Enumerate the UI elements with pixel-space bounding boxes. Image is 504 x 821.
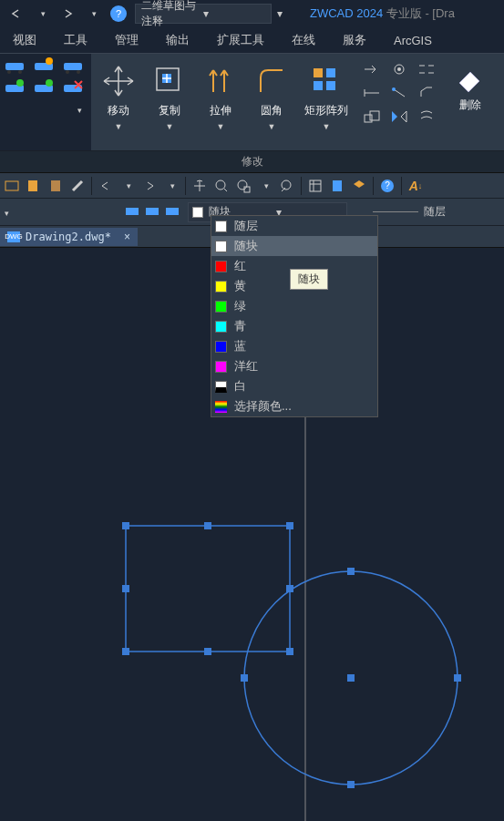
chevron-down-icon: ▼ — [268, 122, 276, 131]
text-tool[interactable]: A↓ — [406, 176, 426, 196]
tool-a[interactable] — [2, 176, 22, 196]
color-option-cyan[interactable]: 青 — [211, 316, 377, 336]
trim-button[interactable] — [359, 59, 385, 79]
erase-button[interactable]: 删除 — [447, 54, 494, 139]
svg-point-11 — [46, 79, 53, 87]
layer-state-dd[interactable] — [2, 206, 120, 219]
tooltip: 随块 — [290, 269, 328, 290]
color-option-white[interactable]: 白 — [211, 376, 377, 396]
color-swatch-icon — [192, 207, 203, 218]
color-option-bylayer[interactable]: 随层 — [211, 216, 377, 236]
menu-service[interactable]: 服务 — [343, 32, 366, 48]
color-option-byblock[interactable]: 随块 — [211, 236, 377, 256]
ribbon: 移动 ▼ 复制 ▼ 拉伸 ▼ 圆角 ▼ 矩形阵列 ▼ — [0, 53, 504, 151]
car-alt-icon[interactable] — [62, 57, 86, 76]
titlebar: ? 二维草图与注释 ▾ ▾ ZWCAD 2024 专业版 - [Dra — [0, 0, 504, 27]
help-button[interactable]: ? — [108, 3, 129, 25]
svg-rect-0 — [5, 63, 24, 70]
svg-point-1 — [7, 70, 11, 74]
join-button[interactable] — [386, 83, 412, 103]
copy-button[interactable]: 复制 ▼ — [146, 59, 193, 145]
menu-extension[interactable]: 扩展工具 — [217, 32, 264, 48]
car-icon[interactable] — [4, 57, 27, 76]
car-refresh-icon[interactable] — [33, 79, 57, 97]
chevron-down-icon[interactable]: ▾ — [277, 7, 283, 20]
car-gear-icon[interactable] — [33, 57, 57, 76]
drawing-tab[interactable]: DWG Drawing2.dwg* × — [0, 228, 138, 246]
print-btn-2[interactable] — [144, 203, 160, 221]
calc-button[interactable] — [327, 176, 347, 196]
move-button[interactable]: 移动 ▼ — [95, 59, 142, 145]
offset-button[interactable] — [414, 107, 439, 127]
array-button[interactable]: 矩形阵列 ▼ — [299, 59, 354, 145]
color-option-more[interactable]: 选择颜色... — [211, 396, 377, 416]
redo-button[interactable] — [57, 3, 78, 25]
chevron-down-icon: ▼ — [166, 122, 174, 131]
menu-manage[interactable]: 管理 — [115, 32, 139, 48]
layer-manage-button[interactable] — [349, 176, 369, 196]
menu-output[interactable]: 输出 — [166, 32, 190, 48]
car-green-icon[interactable] — [4, 79, 27, 97]
svg-point-27 — [216, 180, 225, 190]
help-tb[interactable]: ? — [377, 176, 397, 196]
zoom-prev[interactable] — [277, 176, 297, 196]
print-btn-1[interactable] — [124, 203, 140, 221]
redo-tb[interactable] — [139, 176, 159, 196]
svg-rect-47 — [347, 674, 355, 682]
svg-rect-26 — [51, 180, 60, 191]
svg-rect-41 — [286, 648, 293, 655]
redo-tb-dd[interactable] — [161, 176, 181, 196]
svg-rect-34 — [146, 208, 159, 215]
tool-brush[interactable] — [67, 176, 87, 196]
undo-tb[interactable] — [96, 176, 116, 196]
color-option-green[interactable]: 绿 — [211, 296, 377, 316]
extend-button[interactable] — [359, 83, 385, 103]
zoom-window[interactable] — [233, 176, 253, 196]
menu-tools[interactable]: 工具 — [64, 32, 87, 48]
linetype-indicator[interactable]: 随层 — [373, 204, 446, 220]
color-option-magenta[interactable]: 洋红 — [211, 356, 377, 376]
chevron-down-icon: ▼ — [323, 122, 331, 131]
chamfer-button[interactable] — [414, 83, 439, 103]
undo-dropdown[interactable] — [31, 3, 53, 25]
undo-tb-dd[interactable] — [118, 176, 138, 196]
tool-b[interactable] — [24, 176, 44, 196]
svg-rect-48 — [347, 568, 355, 575]
stretch-button[interactable]: 拉伸 ▼ — [197, 59, 244, 145]
menu-view[interactable]: 视图 — [13, 32, 36, 48]
color-option-blue[interactable]: 蓝 — [211, 336, 377, 356]
redo-dropdown[interactable] — [82, 3, 104, 25]
app-title: ZWCAD 2024 专业版 - [Dra — [310, 5, 455, 22]
fillet-icon — [253, 63, 290, 99]
mirror-button[interactable] — [386, 107, 412, 127]
car-x-icon[interactable] — [62, 79, 86, 97]
zoom-realtime[interactable] — [211, 176, 231, 196]
menu-online[interactable]: 在线 — [292, 32, 315, 48]
menu-arcgis[interactable]: ArcGIS — [394, 34, 432, 47]
vehicle-panel-dropdown[interactable] — [4, 101, 87, 119]
workspace-label: 二维草图与注释 — [141, 0, 203, 29]
tab-close-button[interactable]: × — [124, 231, 130, 243]
scale-button[interactable] — [359, 107, 385, 127]
break-button[interactable] — [414, 59, 439, 79]
svg-rect-15 — [314, 68, 323, 77]
ribbon-modify-tools: 移动 ▼ 复制 ▼ 拉伸 ▼ 圆角 ▼ 矩形阵列 ▼ — [91, 54, 357, 150]
eraser-icon — [452, 57, 489, 94]
stretch-icon — [202, 63, 239, 99]
print-btn-3[interactable] — [164, 203, 180, 221]
svg-rect-50 — [241, 674, 248, 682]
move-icon — [100, 63, 137, 99]
svg-rect-49 — [347, 781, 355, 788]
tool-paste[interactable] — [46, 176, 66, 196]
undo-button[interactable] — [5, 3, 27, 25]
zoom-dd[interactable] — [255, 176, 275, 196]
split-button[interactable] — [386, 59, 412, 79]
svg-point-21 — [392, 87, 396, 91]
workspace-selector[interactable]: 二维草图与注释 ▾ — [135, 4, 272, 24]
pan-button[interactable] — [190, 176, 210, 196]
svg-rect-39 — [286, 522, 293, 529]
svg-rect-33 — [126, 208, 139, 215]
svg-point-20 — [397, 67, 401, 71]
properties-button[interactable] — [305, 176, 325, 196]
fillet-button[interactable]: 圆角 ▼ — [248, 59, 295, 145]
